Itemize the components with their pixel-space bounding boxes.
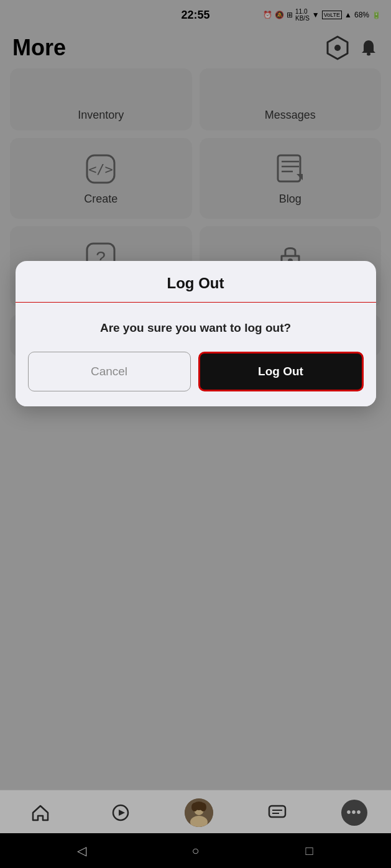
logout-modal: Log Out Are you sure you want to log out… bbox=[16, 261, 376, 406]
modal-overlay: Log Out Are you sure you want to log out… bbox=[0, 0, 391, 868]
modal-message: Are you sure you want to log out? bbox=[35, 320, 356, 337]
logout-confirm-button[interactable]: Log Out bbox=[198, 352, 364, 391]
modal-actions: Cancel Log Out bbox=[16, 352, 376, 406]
modal-title: Log Out bbox=[167, 275, 224, 291]
cancel-button[interactable]: Cancel bbox=[28, 352, 191, 391]
modal-body: Are you sure you want to log out? bbox=[16, 303, 376, 352]
modal-header: Log Out bbox=[16, 261, 376, 303]
